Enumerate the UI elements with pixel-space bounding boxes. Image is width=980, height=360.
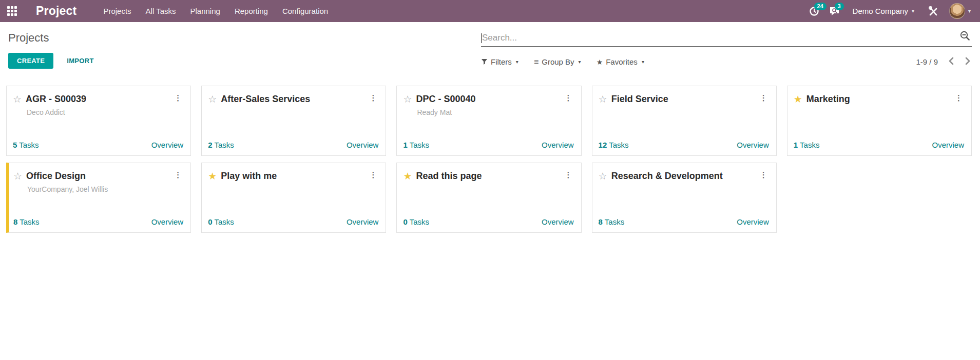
project-title[interactable]: After-Sales Services (221, 94, 310, 105)
overview-link[interactable]: Overview (737, 217, 769, 226)
chevron-down-icon: ▾ (968, 8, 971, 14)
activities-button[interactable]: 24 (806, 4, 822, 19)
overview-link[interactable]: Overview (347, 217, 379, 226)
overview-link[interactable]: Overview (151, 217, 184, 226)
tasks-link[interactable]: 0 Tasks (208, 217, 234, 226)
kebab-menu-icon[interactable]: ⋮ (368, 171, 378, 178)
project-title[interactable]: Office Design (26, 171, 86, 182)
tasks-link[interactable]: 5 Tasks (13, 141, 39, 149)
chevron-left-icon (948, 57, 954, 65)
tasks-link[interactable]: 0 Tasks (403, 217, 429, 226)
project-card[interactable]: ☆ DPC - S00040 ⋮ Ready Mat 1 Tasks Overv… (396, 86, 581, 156)
project-title[interactable]: AGR - S00039 (26, 94, 86, 105)
create-button[interactable]: CREATE (8, 53, 53, 69)
menu-configuration[interactable]: Configuration (275, 0, 335, 22)
tasks-link[interactable]: 12 Tasks (599, 141, 629, 149)
favorite-star-icon[interactable]: ☆ (599, 171, 607, 181)
menu-planning[interactable]: Planning (183, 0, 227, 22)
import-button[interactable]: IMPORT (67, 57, 93, 65)
apps-menu-button[interactable] (0, 0, 24, 22)
pager-previous-button[interactable] (947, 56, 955, 68)
project-subtitle (417, 185, 573, 193)
overview-link[interactable]: Overview (347, 141, 379, 149)
project-subtitle (222, 185, 378, 193)
tasks-link[interactable]: 8 Tasks (13, 217, 40, 226)
kebab-menu-icon[interactable]: ⋮ (563, 171, 574, 178)
kanban-grid: ☆ AGR - S00039 ⋮ Deco Addict 5 Tasks Ove… (0, 69, 980, 233)
kebab-menu-icon[interactable]: ⋮ (172, 94, 183, 102)
pager-range: 1-9 / 9 (916, 57, 938, 66)
overview-link[interactable]: Overview (737, 141, 769, 149)
favorite-star-icon[interactable]: ☆ (208, 94, 217, 104)
messages-button[interactable]: 3 (827, 4, 842, 19)
menu-reporting[interactable]: Reporting (227, 0, 275, 22)
overview-link[interactable]: Overview (542, 217, 574, 226)
search-input[interactable] (482, 33, 958, 43)
search-options-button[interactable] (958, 30, 972, 43)
chevron-down-icon: ▾ (516, 59, 518, 65)
kebab-menu-icon[interactable]: ⋮ (758, 94, 769, 102)
pager-next-button[interactable] (964, 56, 972, 68)
company-name: Demo Company (853, 7, 908, 15)
top-navbar: Project Projects All Tasks Planning Repo… (0, 0, 980, 22)
project-subtitle: Ready Mat (417, 108, 573, 116)
project-title[interactable]: Play with me (221, 171, 277, 182)
group-by-dropdown[interactable]: ≡ Group By ▾ (534, 57, 581, 67)
tasks-link[interactable]: 1 Tasks (794, 141, 820, 149)
messages-count-badge: 3 (835, 3, 844, 10)
project-title[interactable]: Read this page (416, 171, 482, 182)
chevron-down-icon: ▾ (642, 59, 644, 65)
kebab-menu-icon[interactable]: ⋮ (563, 94, 574, 102)
project-subtitle: YourCompany, Joel Willis (27, 185, 183, 193)
kebab-menu-icon[interactable]: ⋮ (172, 171, 183, 178)
kebab-menu-icon[interactable]: ⋮ (758, 171, 769, 178)
project-subtitle (808, 108, 964, 116)
favorites-dropdown[interactable]: ★ Favorites ▾ (597, 57, 644, 66)
overview-link[interactable]: Overview (151, 141, 184, 149)
project-subtitle (612, 108, 769, 116)
favorite-star-icon[interactable]: ★ (794, 94, 802, 104)
developer-tools-button[interactable] (925, 6, 942, 16)
tasks-link[interactable]: 2 Tasks (208, 141, 234, 149)
chevron-right-icon (965, 57, 971, 65)
avatar (949, 3, 965, 19)
company-switcher[interactable]: Demo Company ▾ (848, 7, 919, 15)
tasks-link[interactable]: 8 Tasks (599, 217, 625, 226)
favorite-star-icon[interactable]: ☆ (599, 94, 607, 104)
project-card[interactable]: ★ Read this page ⋮ 0 Tasks Overview (396, 163, 581, 233)
kebab-menu-icon[interactable]: ⋮ (368, 94, 378, 102)
project-title[interactable]: DPC - S00040 (416, 94, 475, 105)
project-card[interactable]: ☆ AGR - S00039 ⋮ Deco Addict 5 Tasks Ove… (6, 86, 191, 156)
user-menu[interactable]: ▾ (947, 3, 973, 19)
menu-all-tasks[interactable]: All Tasks (139, 0, 183, 22)
tasks-link[interactable]: 1 Tasks (403, 141, 429, 149)
favorite-star-icon[interactable]: ☆ (13, 171, 22, 181)
project-card[interactable]: ☆ After-Sales Services ⋮ 2 Tasks Overvie… (201, 86, 386, 156)
activities-count-badge: 24 (814, 3, 827, 10)
project-card[interactable]: ☆ Office Design ⋮ YourCompany, Joel Will… (6, 163, 191, 233)
apps-grid-icon (7, 6, 17, 16)
chevron-down-icon: ▾ (912, 8, 914, 14)
pager: 1-9 / 9 (916, 56, 972, 68)
control-panel: Projects CREATE IMPORT (0, 22, 980, 69)
project-title[interactable]: Marketing (806, 94, 850, 105)
main-menu: Projects All Tasks Planning Reporting Co… (96, 0, 335, 22)
chevron-down-icon: ▾ (579, 59, 581, 65)
overview-link[interactable]: Overview (542, 141, 574, 149)
favorites-star-icon: ★ (597, 58, 603, 66)
project-title[interactable]: Field Service (611, 94, 668, 105)
favorite-star-icon[interactable]: ☆ (13, 94, 22, 104)
project-card[interactable]: ☆ Field Service ⋮ 12 Tasks Overview (592, 86, 777, 156)
menu-projects[interactable]: Projects (96, 0, 138, 22)
overview-link[interactable]: Overview (932, 141, 964, 149)
favorite-star-icon[interactable]: ★ (208, 171, 217, 181)
project-card[interactable]: ★ Play with me ⋮ 0 Tasks Overview (201, 163, 386, 233)
project-card[interactable]: ☆ Research & Development ⋮ 8 Tasks Overv… (592, 163, 777, 233)
project-title[interactable]: Research & Development (611, 171, 723, 182)
filters-dropdown[interactable]: Filters ▾ (481, 57, 518, 66)
project-card[interactable]: ★ Marketing ⋮ 1 Tasks Overview (787, 86, 972, 156)
search-bar[interactable] (481, 30, 972, 47)
kebab-menu-icon[interactable]: ⋮ (953, 94, 964, 102)
favorite-star-icon[interactable]: ☆ (403, 94, 412, 104)
favorite-star-icon[interactable]: ★ (403, 171, 412, 181)
